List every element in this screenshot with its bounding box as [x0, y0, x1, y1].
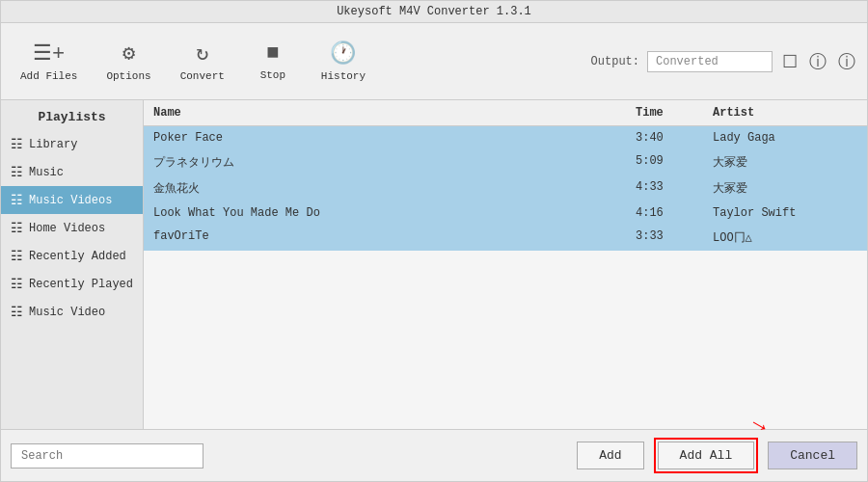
- sidebar-heading: Playlists: [1, 104, 143, 130]
- options-label: Options: [106, 70, 150, 82]
- convert-button[interactable]: ↻ Convert: [171, 37, 234, 86]
- list-icon: ☷: [11, 136, 23, 152]
- sidebar-item-label: Recently Added: [29, 250, 126, 263]
- sidebar-item-music-videos[interactable]: ☷ Music Videos: [1, 186, 143, 214]
- add-all-wrapper: → Add All: [654, 438, 759, 473]
- bottom-bar: Add → Add All Cancel: [1, 429, 867, 481]
- sidebar-item-label: Library: [29, 138, 77, 151]
- convert-icon: ↻: [196, 40, 208, 67]
- cell-name: 金魚花火: [153, 180, 636, 197]
- cancel-button[interactable]: Cancel: [768, 442, 857, 469]
- history-label: History: [321, 70, 366, 82]
- video-icon: ☷: [11, 192, 23, 208]
- sidebar: Playlists ☷ Library ☷ Music ☷ Music Vide…: [1, 100, 144, 429]
- table-row[interactable]: Look What You Made Me Do 4:16 Taylor Swi…: [144, 201, 867, 225]
- cell-name: Look What You Made Me Do: [153, 206, 636, 220]
- music-icon: ☷: [11, 164, 23, 180]
- history-button[interactable]: 🕐 History: [312, 37, 375, 86]
- sidebar-item-recently-played[interactable]: ☷ Recently Played: [1, 270, 143, 298]
- cell-time: 5:09: [636, 154, 713, 171]
- add-all-button[interactable]: Add All: [658, 442, 755, 469]
- history-icon: 🕐: [330, 40, 356, 67]
- output-field[interactable]: [647, 51, 773, 72]
- cell-time: 4:33: [636, 180, 713, 197]
- convert-label: Convert: [180, 70, 225, 82]
- toolbar-right: Output: ☐ ⓘ ⓘ: [591, 48, 857, 75]
- sidebar-item-label: Music Videos: [29, 194, 112, 207]
- sidebar-item-recently-added[interactable]: ☷ Recently Added: [1, 242, 143, 270]
- table-header: Name Time Artist: [144, 100, 867, 126]
- cell-artist: Taylor Swift: [713, 206, 857, 220]
- add-button[interactable]: Add: [577, 442, 643, 469]
- search-input[interactable]: [11, 443, 203, 469]
- cell-artist: 大冢爱: [713, 180, 857, 197]
- cell-artist: 大冢爱: [713, 154, 857, 171]
- sidebar-item-music-video[interactable]: ☷ Music Video: [1, 298, 143, 326]
- sidebar-item-label: Home Videos: [29, 222, 105, 235]
- add-all-border: → Add All: [654, 438, 759, 473]
- gear-icon: ⚙: [122, 40, 135, 67]
- table-row[interactable]: Poker Face 3:40 Lady Gaga: [144, 126, 867, 149]
- cell-artist: Lady Gaga: [713, 131, 857, 145]
- help-icon-button[interactable]: ⓘ: [807, 48, 828, 75]
- recently-played-icon: ☷: [11, 276, 23, 292]
- recently-added-icon: ☷: [11, 248, 23, 264]
- col-name: Name: [153, 106, 636, 120]
- col-time: Time: [636, 106, 713, 120]
- main-area: Playlists ☷ Library ☷ Music ☷ Music Vide…: [1, 100, 867, 429]
- cell-name: プラネタリウム: [153, 154, 636, 171]
- folder-icon-button[interactable]: ☐: [780, 49, 800, 74]
- stop-button[interactable]: ■ Stop: [244, 38, 302, 85]
- sidebar-item-library[interactable]: ☷ Library: [1, 130, 143, 158]
- sidebar-item-label: Recently Played: [29, 278, 133, 291]
- sidebar-item-home-videos[interactable]: ☷ Home Videos: [1, 214, 143, 242]
- table-row[interactable]: プラネタリウム 5:09 大冢爱: [144, 149, 867, 175]
- cell-time: 3:40: [636, 131, 713, 145]
- table-row[interactable]: favOriTe 3:33 LOO冂△: [144, 225, 867, 251]
- home-icon: ☷: [11, 220, 23, 236]
- table-row[interactable]: 金魚花火 4:33 大冢爱: [144, 175, 867, 201]
- table-body: Poker Face 3:40 Lady Gaga プラネタリウム 5:09 大…: [144, 126, 867, 429]
- cell-time: 4:16: [636, 206, 713, 220]
- col-artist: Artist: [713, 106, 857, 120]
- cell-name: Poker Face: [153, 131, 636, 145]
- stop-icon: ■: [266, 41, 279, 66]
- content-area: Name Time Artist Poker Face 3:40 Lady Ga…: [144, 100, 867, 429]
- output-label: Output:: [591, 55, 639, 68]
- cell-artist: LOO冂△: [713, 229, 857, 246]
- sidebar-item-label: Music Video: [29, 306, 105, 319]
- title-bar: Ukeysoft M4V Converter 1.3.1: [1, 1, 867, 23]
- options-button[interactable]: ⚙ Options: [96, 37, 160, 86]
- add-files-icon: ☰+: [33, 40, 65, 67]
- add-files-label: Add Files: [20, 70, 77, 82]
- cell-name: favOriTe: [153, 229, 636, 246]
- window-title: Ukeysoft M4V Converter 1.3.1: [337, 5, 531, 18]
- sidebar-item-label: Music: [29, 166, 64, 179]
- sidebar-item-music[interactable]: ☷ Music: [1, 158, 143, 186]
- cell-time: 3:33: [636, 229, 713, 246]
- main-window: Ukeysoft M4V Converter 1.3.1 ☰+ Add File…: [0, 0, 868, 482]
- music-video-icon: ☷: [11, 304, 23, 320]
- toolbar: ☰+ Add Files ⚙ Options ↻ Convert ■ Stop …: [1, 23, 867, 100]
- stop-label: Stop: [260, 69, 285, 81]
- info-icon-button[interactable]: ⓘ: [836, 48, 857, 75]
- add-files-button[interactable]: ☰+ Add Files: [11, 37, 87, 86]
